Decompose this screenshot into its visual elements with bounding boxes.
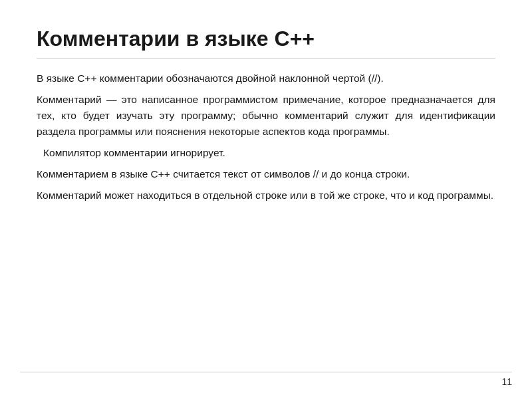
slide: Комментарии в языке С++ В языке С++ комм… [0,0,532,399]
slide-title: Комментарии в языке С++ [37,27,495,59]
paragraph-5: Комментарий может находиться в отдельной… [37,188,495,203]
paragraph-3: Компилятор комментарии игнорирует. [37,145,495,161]
slide-footer: 11 [20,372,512,387]
paragraph-2: Комментарий — это написанное программист… [37,92,495,140]
page-number: 11 [501,376,512,387]
slide-content: В языке С++ комментарии обозначаются дво… [37,70,495,372]
paragraph-4: Комментарием в языке С++ считается текст… [37,166,495,182]
paragraph-1: В языке С++ комментарии обозначаются дво… [37,70,495,86]
